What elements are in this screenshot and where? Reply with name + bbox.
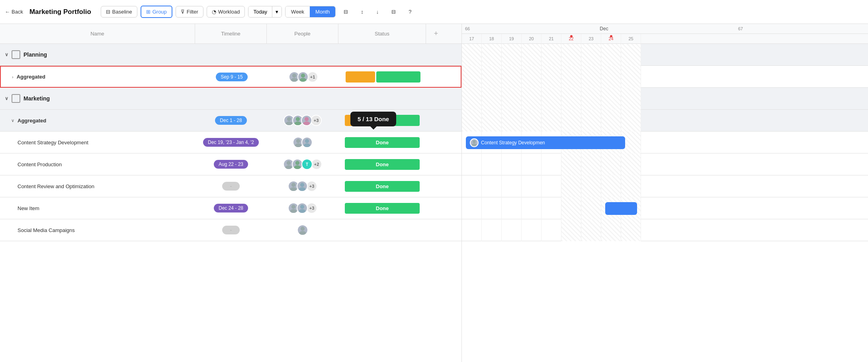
svg-point-4 [287, 117, 291, 121]
svg-point-29 [472, 144, 477, 146]
gantt-cell [621, 66, 641, 88]
icon-btn-4[interactable]: ⊟ [387, 6, 401, 17]
filter-button[interactable]: ⊽ Filter [176, 6, 203, 18]
gantt-cell [522, 44, 542, 66]
gantt-month-label: Dec [595, 26, 613, 31]
table-row: Content Review and Optimization - +3 Don… [0, 175, 461, 197]
baseline-button[interactable]: ⊟ Baseline [101, 6, 137, 18]
planning-chevron[interactable]: ∨ [5, 52, 8, 57]
question-icon: ? [409, 9, 411, 15]
gantt-cell [462, 110, 482, 132]
content-production-status-cell: Done [338, 159, 426, 170]
icon-btn-1[interactable]: ⊟ [339, 6, 353, 17]
gantt-day-17: 17 [462, 34, 482, 44]
add-column-button[interactable]: + [426, 24, 446, 43]
gantt-cell [462, 66, 482, 88]
svg-point-13 [303, 144, 310, 147]
gantt-cell [482, 44, 502, 66]
avatar [301, 137, 313, 148]
social-media-people-cell [267, 224, 338, 236]
month-view-button[interactable]: Month [310, 6, 335, 17]
table-row: Content Production Aug 22 - 23 T +2 Done [0, 153, 461, 175]
svg-point-26 [301, 226, 305, 230]
today-chevron-button[interactable]: ▾ [272, 6, 282, 17]
gantt-bar-content-strategy[interactable]: Content Strategy Developmen [466, 136, 625, 149]
gantt-cell [522, 66, 542, 88]
gantt-cell [621, 219, 641, 241]
content-strategy-status-cell: Done [338, 137, 426, 148]
gantt-cell [581, 66, 601, 88]
help-button[interactable]: ? [404, 6, 416, 17]
gantt-cell [522, 219, 542, 241]
settings-icon: ⊟ [391, 9, 396, 15]
gantt-row-planning [462, 44, 868, 66]
gantt-cell [502, 88, 522, 110]
gantt-cell [561, 44, 581, 66]
gantt-row-content-production [462, 153, 868, 175]
group-button[interactable]: ⊞ Group [141, 6, 172, 18]
today-button[interactable]: Today [248, 6, 272, 17]
svg-point-9 [303, 122, 310, 125]
svg-point-21 [299, 187, 305, 191]
today-dot-2 [610, 35, 612, 37]
gantt-cell [522, 175, 542, 197]
gantt-header: 66 Dec 67 17 18 19 20 21 22 23 [462, 24, 868, 44]
gantt-cell [581, 88, 601, 110]
marketing-section-icon [12, 94, 20, 103]
gantt-cell [542, 219, 561, 241]
gantt-cell [522, 88, 542, 110]
marketing-section-name: ∨ Marketing [0, 94, 195, 103]
svg-point-10 [296, 139, 300, 143]
gantt-cell [561, 88, 581, 110]
status-col-header: Status [338, 24, 426, 43]
avatar [297, 224, 308, 236]
gantt-cell [621, 110, 641, 132]
back-button[interactable]: ← Back [5, 9, 23, 15]
column-headers: Name Timeline People Status + [0, 24, 461, 44]
gantt-cell [502, 66, 522, 88]
marketing-chevron[interactable]: ∨ [5, 96, 8, 101]
svg-point-6 [296, 117, 300, 121]
content-production-people-cell: T +2 [267, 159, 338, 170]
gantt-row-marketing [462, 88, 868, 110]
gantt-cell [502, 197, 522, 219]
download-icon: ↓ [376, 9, 379, 15]
icon-btn-3[interactable]: ↓ [371, 6, 384, 17]
status-done-badge: Done [345, 137, 420, 148]
icon-btn-2[interactable]: ↕ [356, 6, 368, 17]
social-media-timeline-cell: - [195, 226, 267, 234]
new-item-name-cell: New Item [0, 205, 195, 211]
gantt-bar-new-item[interactable] [605, 202, 637, 215]
gantt-cell [601, 153, 621, 175]
gantt-day-18: 18 [482, 34, 502, 44]
gantt-cell [522, 197, 542, 219]
aggregated-chevron[interactable]: › [12, 75, 14, 79]
gantt-bar-label: Content Strategy Developmen [481, 140, 545, 146]
gantt-cell [601, 175, 621, 197]
sort-icon: ↕ [361, 9, 364, 15]
avatar-t: T [301, 159, 313, 170]
gantt-cell [542, 153, 561, 175]
people-col-header: People [267, 24, 338, 43]
gantt-cell [621, 175, 641, 197]
gantt-cell [621, 153, 641, 175]
svg-point-28 [473, 140, 476, 144]
gantt-cell [561, 110, 581, 132]
content-review-people-cell: +3 [267, 181, 338, 192]
gantt-cell [502, 44, 522, 66]
status-done-badge: Done [345, 181, 420, 192]
workload-button[interactable]: ◔ Workload [207, 6, 245, 18]
view-toggle: Week Month [285, 6, 336, 18]
social-media-name-cell: Social Media Campaigns [0, 227, 195, 233]
gantt-cell [561, 197, 581, 219]
today-group: Today ▾ [248, 6, 282, 18]
gantt-cell [502, 175, 522, 197]
svg-point-0 [292, 73, 296, 77]
new-item-timeline-cell: Dec 24 - 28 [195, 204, 267, 212]
gantt-cell [482, 197, 502, 219]
gantt-cell [462, 44, 482, 66]
tooltip: 5 / 13 Done [350, 112, 396, 126]
people-count-badge: +2 [311, 159, 322, 170]
week-view-button[interactable]: Week [285, 6, 310, 17]
mkt-aggregated-chevron[interactable]: ∨ [11, 118, 14, 123]
